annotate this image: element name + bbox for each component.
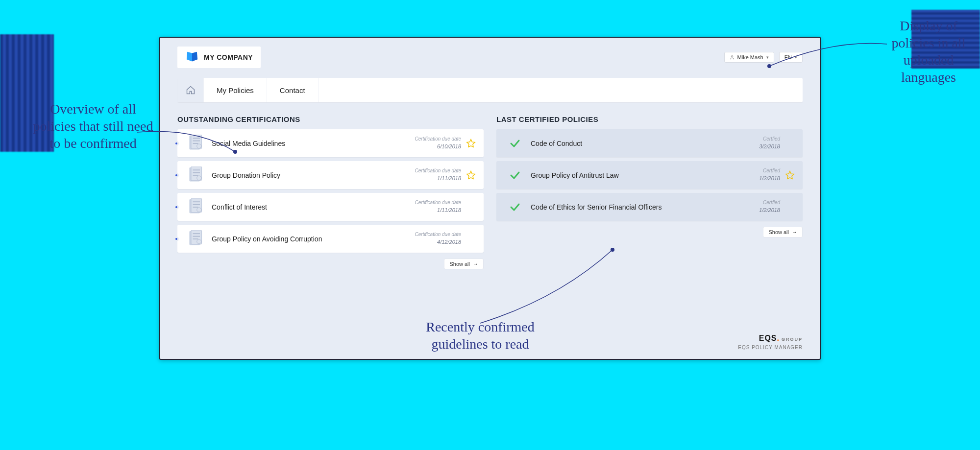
brand-logo: MY COMPANY xyxy=(177,47,261,68)
footer-brand-dot: . xyxy=(777,334,780,342)
nav-home[interactable] xyxy=(177,78,204,102)
app-window: MY COMPANY Mike Mash ▾ EN ▾ My Policies … xyxy=(159,37,821,360)
footer-brand: EQS.GROUP xyxy=(738,334,803,343)
policy-title: Code of Ethics for Senior Financial Offi… xyxy=(531,203,759,211)
show-all-outstanding[interactable]: Show all → xyxy=(444,259,484,269)
policy-title: Group Policy on Avoiding Corruption xyxy=(212,235,415,243)
star-icon[interactable] xyxy=(785,170,795,180)
policy-title: Code of Conduct xyxy=(531,140,759,147)
user-icon xyxy=(730,55,735,60)
show-all-label: Show all xyxy=(449,261,470,267)
due-label: Certification due date xyxy=(415,232,461,237)
annotation-right: Display of policies in all uploaded lang… xyxy=(887,17,970,86)
due-label: Certification due date xyxy=(415,168,461,173)
home-icon xyxy=(186,85,196,95)
certified-item[interactable]: Code of Conduct Certfied 3/2/2018 xyxy=(496,129,803,157)
topbar: MY COMPANY Mike Mash ▾ EN ▾ xyxy=(160,38,820,73)
policy-title: Group Donation Policy xyxy=(212,171,415,179)
certified-column: LAST CERTIFIED POLICIES Code of Conduct … xyxy=(496,115,803,269)
check-icon xyxy=(509,201,521,213)
nav-label: My Policies xyxy=(217,86,254,95)
outstanding-item[interactable]: Group Policy on Avoiding Corruption Cert… xyxy=(177,225,484,253)
chevron-down-icon: ▾ xyxy=(766,55,769,60)
svg-point-18 xyxy=(197,207,201,212)
arrow-right-icon: → xyxy=(792,229,797,235)
outstanding-item[interactable]: Group Donation Policy Certification due … xyxy=(177,161,484,189)
document-icon xyxy=(188,135,203,152)
certified-date: 3/2/2018 xyxy=(759,143,780,149)
arrow-right-icon: → xyxy=(473,261,478,267)
document-icon xyxy=(188,230,203,248)
user-menu[interactable]: Mike Mash ▾ xyxy=(724,52,774,63)
nav-my-policies[interactable]: My Policies xyxy=(204,78,267,102)
policy-title: Group Policy of Antitrust Law xyxy=(531,171,759,179)
status-dot xyxy=(174,141,179,146)
certified-item[interactable]: Code of Ethics for Senior Financial Offi… xyxy=(496,193,803,221)
show-all-label: Show all xyxy=(768,229,789,235)
policy-title: Social Media Guidelines xyxy=(212,140,415,147)
due-label: Certification due date xyxy=(415,136,461,142)
nav-contact[interactable]: Contact xyxy=(267,78,318,102)
status-dot xyxy=(174,173,179,178)
certified-label: Certfied xyxy=(759,136,780,142)
svg-point-12 xyxy=(197,175,201,180)
footer-product: EQS POLICY MANAGER xyxy=(738,345,803,350)
certified-label: Certfied xyxy=(759,200,780,205)
certified-title: LAST CERTIFIED POLICIES xyxy=(496,115,803,123)
status-dot xyxy=(174,205,179,210)
due-date: 4/12/2018 xyxy=(437,239,461,245)
brand-name: MY COMPANY xyxy=(204,53,253,61)
nav-label: Contact xyxy=(280,86,305,95)
check-icon xyxy=(509,169,521,181)
annotation-bottom: Recently confirmed guidelines to read xyxy=(402,318,559,353)
user-name: Mike Mash xyxy=(737,54,763,60)
status-dot xyxy=(174,237,179,241)
footer-brand-main: EQS xyxy=(759,334,777,342)
due-date: 6/10/2018 xyxy=(437,143,461,149)
butterfly-icon xyxy=(185,51,199,63)
outstanding-item[interactable]: Conflict of Interest Certification due d… xyxy=(177,193,484,221)
due-date: 1/11/2018 xyxy=(437,175,461,181)
svg-point-0 xyxy=(731,56,733,57)
main-nav: My Policies Contact xyxy=(177,78,803,102)
star-icon[interactable] xyxy=(466,170,476,180)
certified-date: 1/2/2018 xyxy=(759,207,780,213)
footer: EQS.GROUP EQS POLICY MANAGER xyxy=(738,334,803,350)
show-all-certified[interactable]: Show all → xyxy=(763,227,803,237)
annotation-left: Overview of all policies that still need… xyxy=(29,100,157,152)
certified-label: Certfied xyxy=(759,168,780,173)
due-date: 1/11/2018 xyxy=(437,207,461,213)
certified-date: 1/2/2018 xyxy=(759,175,780,181)
svg-point-24 xyxy=(197,239,201,243)
certified-item[interactable]: Group Policy of Antitrust Law Certfied 1… xyxy=(496,161,803,189)
outstanding-item[interactable]: Social Media Guidelines Certification du… xyxy=(177,129,484,157)
footer-brand-group: GROUP xyxy=(782,337,803,342)
policy-title: Conflict of Interest xyxy=(212,203,415,211)
svg-point-6 xyxy=(197,143,201,148)
document-icon xyxy=(188,198,203,216)
chevron-down-icon: ▾ xyxy=(795,55,797,60)
outstanding-column: OUTSTANDING CERTIFICATIONS Social Media … xyxy=(177,115,484,269)
outstanding-title: OUTSTANDING CERTIFICATIONS xyxy=(177,115,484,123)
check-icon xyxy=(509,138,521,149)
language-code: EN xyxy=(784,54,792,60)
due-label: Certification due date xyxy=(415,200,461,205)
star-icon[interactable] xyxy=(466,139,476,148)
language-selector[interactable]: EN ▾ xyxy=(779,52,803,63)
document-icon xyxy=(188,166,203,184)
